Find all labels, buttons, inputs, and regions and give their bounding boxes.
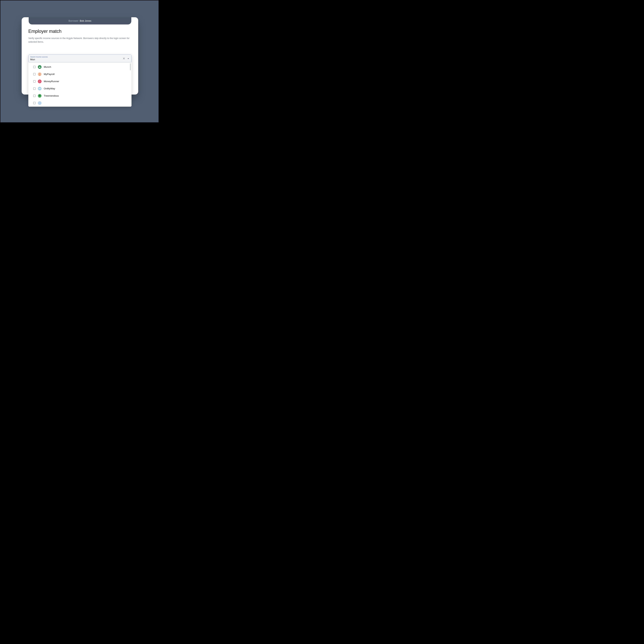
results-list: MunchMyPayrollMoneyRunnerOnMyWayTreemend…	[28, 62, 132, 107]
search-input[interactable]	[30, 58, 121, 61]
partial-logo	[38, 101, 41, 105]
chevron-up-icon[interactable]	[127, 57, 130, 60]
option-label: Munch	[44, 66, 51, 68]
svg-marker-2	[128, 58, 129, 59]
search-field-label: Search income sources	[30, 56, 130, 58]
option-label: MyPayroll	[44, 73, 54, 76]
list-item[interactable]: MyPayroll	[28, 71, 132, 78]
card-body: Employer match Verify specific income so…	[28, 29, 132, 44]
mypayroll-logo	[38, 72, 41, 76]
results-listbox: MunchMyPayrollMoneyRunnerOnMyWayTreemend…	[28, 62, 132, 107]
checkbox[interactable]	[33, 80, 36, 83]
search-actions	[123, 57, 130, 60]
checkbox[interactable]	[33, 87, 36, 90]
option-label: OnMyWay	[44, 87, 55, 90]
borrower-label: Borrower	[69, 19, 78, 22]
list-item[interactable]: OnMyWay	[28, 85, 132, 92]
page-description: Verify specific income sources in the Ar…	[28, 37, 131, 44]
borrower-name: Bob Jones	[80, 19, 91, 22]
checkbox[interactable]	[33, 102, 36, 104]
munch-logo	[38, 65, 41, 69]
list-item[interactable]	[28, 99, 132, 107]
option-label: Treemendous	[44, 94, 59, 97]
checkbox[interactable]	[33, 73, 36, 75]
search-field[interactable]: Search income sources	[28, 54, 132, 62]
option-label: MoneyRunner	[44, 80, 59, 83]
income-source-combobox: Search income sources MunchMyPayroll	[28, 54, 132, 107]
treemendous-logo	[38, 94, 41, 98]
checkbox[interactable]	[33, 66, 36, 68]
borrower-header-tab: Borrower Bob Jones	[29, 17, 131, 24]
list-item[interactable]: Munch	[28, 63, 132, 71]
onmyway-logo	[38, 87, 41, 90]
list-item[interactable]: MoneyRunner	[28, 78, 132, 85]
app-stage: Borrower Bob Jones Employer match Verify…	[0, 0, 159, 123]
list-item[interactable]: Treemendous	[28, 92, 132, 99]
page-title: Employer match	[28, 29, 132, 34]
close-icon[interactable]	[123, 57, 125, 60]
moneyrunner-logo	[38, 80, 41, 83]
checkbox[interactable]	[33, 95, 36, 97]
